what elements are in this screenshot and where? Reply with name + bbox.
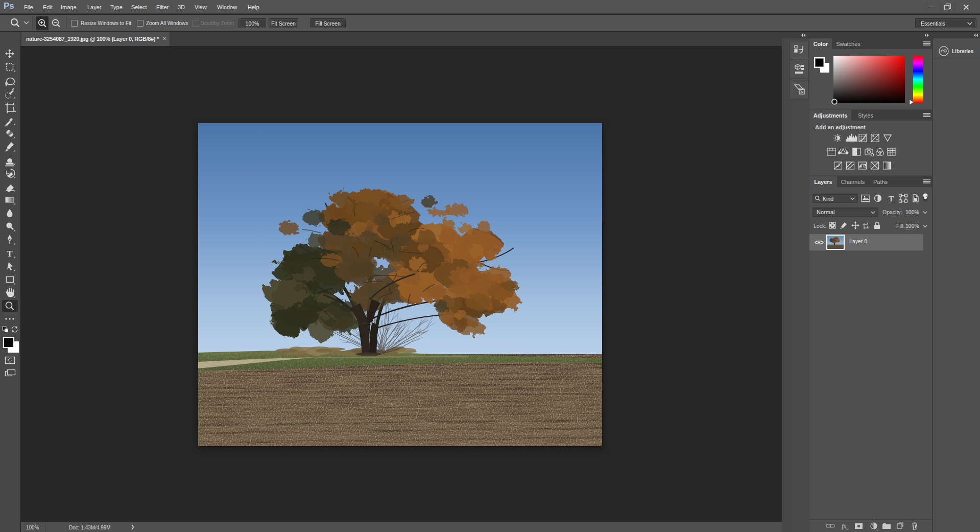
svg-text:T: T	[7, 249, 13, 259]
svg-text:fx: fx	[842, 522, 847, 530]
svg-text:T: T	[889, 195, 894, 203]
